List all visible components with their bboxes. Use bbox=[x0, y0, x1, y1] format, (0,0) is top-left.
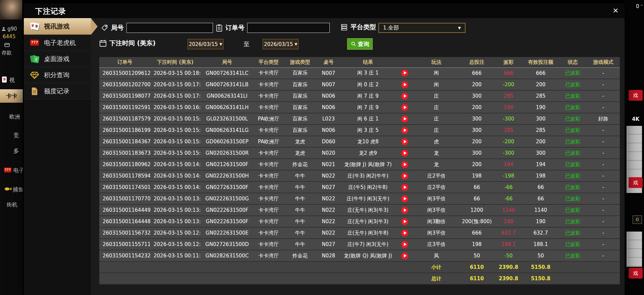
search-button[interactable]: 查询 bbox=[347, 38, 373, 50]
cell-replay bbox=[396, 193, 414, 204]
enter-game-button-fragment[interactable]: 戏 bbox=[629, 177, 643, 188]
cell-result: 龙10 虎8 bbox=[340, 136, 396, 147]
cell-mode: - bbox=[587, 170, 620, 182]
right-top-value: 0 bbox=[636, 3, 639, 9]
cell-platform: 卡卡湾厅 bbox=[254, 239, 283, 250]
cell-status: 已派彩 bbox=[559, 216, 587, 227]
table-games-icon: $ bbox=[30, 54, 40, 64]
cell-valid-bet: 300 bbox=[523, 147, 559, 159]
cell-total-bet: 300 bbox=[459, 113, 494, 125]
replay-button[interactable] bbox=[401, 81, 408, 88]
cell-payout: -198 bbox=[494, 170, 523, 182]
cell-mode: - bbox=[587, 239, 620, 250]
deposit-label[interactable]: 存款 bbox=[2, 50, 12, 56]
cell-status: 已派彩 bbox=[559, 67, 587, 79]
video-card-icon: 9 bbox=[2, 77, 7, 83]
cell-payout: 194 bbox=[494, 159, 523, 170]
cell-replay bbox=[396, 216, 414, 227]
replay-button[interactable] bbox=[401, 241, 408, 248]
replay-button[interactable] bbox=[401, 104, 408, 111]
cell-total-bet: 66 bbox=[459, 182, 494, 193]
cell-valid-bet: 198 bbox=[523, 170, 559, 182]
cell-game-type: 百家乐 bbox=[283, 90, 317, 102]
video-tab-fragment[interactable]: 视 bbox=[9, 77, 15, 84]
replay-button[interactable] bbox=[401, 115, 408, 122]
replay-button[interactable] bbox=[401, 207, 408, 214]
replay-button[interactable] bbox=[401, 252, 408, 259]
kaka-tab-fragment[interactable]: 卡卡 bbox=[0, 89, 23, 103]
cell-payout: -300 bbox=[494, 113, 523, 125]
replay-button[interactable] bbox=[401, 161, 408, 168]
chevron-down-icon[interactable]: ⌄ bbox=[640, 2, 643, 7]
sidebar-item-live-games[interactable]: K9 视讯游戏 bbox=[24, 18, 91, 35]
duo-tab-fragment[interactable]: 多 bbox=[13, 147, 19, 155]
sidebar-item-credit-records[interactable]: 额度记录 bbox=[24, 83, 91, 99]
cell-total-bet: 200(预:800) bbox=[459, 216, 494, 227]
cell-order-id: 260315001164448 bbox=[99, 216, 150, 227]
cell-status: 已派彩 bbox=[559, 79, 587, 90]
europe-tab-fragment[interactable]: 欧洲 bbox=[9, 113, 20, 120]
cell-bet-type: 庄 bbox=[414, 113, 459, 125]
replay-button[interactable] bbox=[401, 127, 408, 134]
cell-platform: 卡卡湾厅 bbox=[254, 102, 283, 113]
cell-payout: -50 bbox=[494, 250, 523, 261]
subtotal-label: 小计 bbox=[414, 261, 459, 273]
cell-status: 已派彩 bbox=[559, 125, 587, 136]
platform-select[interactable]: 1.全部 ▼ bbox=[378, 23, 466, 33]
cell-valid-bet: 200 bbox=[523, 79, 559, 90]
col-platform: 平台类型 bbox=[254, 57, 283, 67]
sidebar-item-slots[interactable]: 777 电子老虎机 bbox=[24, 35, 91, 51]
chevron-down-icon: ▼ bbox=[294, 42, 297, 46]
sidebar-item-points-query[interactable]: 积分查询 bbox=[24, 67, 91, 83]
replay-button[interactable] bbox=[401, 218, 408, 225]
date-to-select[interactable]: 2026/03/15 ▼ bbox=[263, 39, 299, 49]
cell-valid-bet: 190 bbox=[523, 102, 559, 113]
replay-button[interactable] bbox=[401, 138, 408, 145]
enter-game-button-fragment[interactable]: 戏 bbox=[629, 268, 643, 279]
cell-game-type: 百家乐 bbox=[283, 102, 317, 113]
enter-game-button-fragment[interactable]: 戏 bbox=[629, 90, 643, 101]
cell-mode: - bbox=[587, 125, 620, 136]
sidebar-item-table-games[interactable]: $ 桌面游戏 bbox=[24, 51, 91, 67]
cell-mode: - bbox=[587, 79, 620, 90]
gem-icon bbox=[30, 70, 40, 80]
date-from-select[interactable]: 2026/03/15 ▼ bbox=[187, 39, 223, 49]
replay-button[interactable] bbox=[401, 93, 408, 100]
cell-platform: 卡卡湾厅 bbox=[254, 67, 283, 79]
round-filter: 局号 bbox=[101, 23, 213, 33]
replay-button[interactable] bbox=[401, 69, 408, 77]
cell-result: 闲 7 庄 9 bbox=[340, 90, 396, 102]
replay-button[interactable] bbox=[401, 173, 408, 180]
dianzi-tab-fragment[interactable]: 电子 bbox=[13, 167, 23, 174]
cell-status: 已派彩 bbox=[559, 147, 587, 159]
cell-bet-type: 庄 bbox=[414, 125, 459, 136]
replay-button[interactable] bbox=[401, 195, 408, 202]
replay-button[interactable] bbox=[401, 184, 408, 191]
table-row: 2603150012027002026-03-15 00:17:31GN0072… bbox=[99, 79, 620, 90]
cell-status: 已派彩 bbox=[559, 182, 587, 193]
sidebar-item-label: 桌面游戏 bbox=[44, 55, 69, 63]
cell-valid-bet: 66 bbox=[523, 193, 559, 204]
cell-time: 2026-03-15 00:15:43 bbox=[150, 113, 200, 125]
replay-button[interactable] bbox=[401, 230, 408, 237]
fish-tab-fragment[interactable]: 捕鱼 bbox=[13, 186, 23, 193]
replay-button[interactable] bbox=[401, 150, 408, 157]
cell-bet-type: 庄 bbox=[414, 102, 459, 113]
cell-platform: 卡卡湾厅 bbox=[254, 147, 283, 159]
cell-valid-bet: 200 bbox=[523, 136, 559, 147]
round-input[interactable] bbox=[126, 23, 213, 33]
arcade-tab-fragment[interactable]: 街机 bbox=[7, 201, 17, 208]
cell-valid-bet: 50 bbox=[523, 250, 559, 261]
cell-bet-type: 庄2平倍 bbox=[414, 182, 459, 193]
cell-round-id: GL0232631500L bbox=[200, 113, 254, 125]
order-input[interactable] bbox=[247, 23, 330, 33]
cell-platform: 卡卡湾厅 bbox=[254, 125, 283, 136]
jing-tab-fragment[interactable]: 竞 bbox=[13, 132, 19, 139]
cell-payout: -300 bbox=[494, 147, 523, 159]
sidebar-item-label: 视讯游戏 bbox=[44, 22, 69, 31]
table-row: 2603150011785942026-03-15 00:14:41GN0222… bbox=[99, 170, 620, 182]
sidebar: K9 视讯游戏 777 电子老虎机 $ 桌面游戏 积分查询 额度记录 bbox=[24, 18, 91, 295]
cell-replay bbox=[396, 67, 414, 79]
cell-payout: 666 bbox=[494, 67, 523, 79]
close-icon[interactable]: ✕ bbox=[612, 6, 619, 15]
